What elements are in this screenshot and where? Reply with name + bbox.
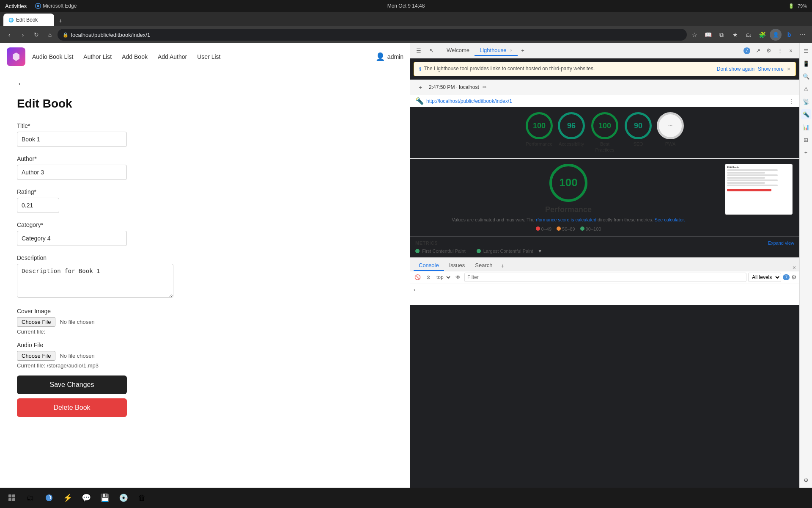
lighthouse-refresh-btn[interactable]: + <box>415 82 425 92</box>
extensions-btn[interactable]: 🧩 <box>756 29 768 41</box>
dsi-issues-btn[interactable]: ⚠ <box>801 84 811 94</box>
audio-current-file-text: Current file: /storage/audio/1.mp3 <box>17 362 393 369</box>
dsi-lighthouse-btn[interactable]: 🔦 <box>801 109 811 119</box>
bookmark-btn[interactable]: ☆ <box>689 29 700 41</box>
reload-button[interactable]: ↻ <box>30 29 42 41</box>
metrics-title: METRICS <box>415 240 438 246</box>
activities-label[interactable]: Activities <box>5 3 27 9</box>
dsi-device-btn[interactable]: 📱 <box>801 58 811 69</box>
description-textarea[interactable]: Description for Book 1 <box>17 264 173 298</box>
metric-item-fcp: First Contentful Paint Largest Contentfu… <box>415 248 794 254</box>
devtools-pointer-btn[interactable]: ↖ <box>426 46 436 56</box>
dsi-inspect-btn[interactable]: ☰ <box>801 46 811 56</box>
metrics-expand-btn[interactable]: ▼ <box>538 248 543 254</box>
console-tab-console[interactable]: Console <box>414 260 444 271</box>
cover-file-row: Choose File No file chosen <box>17 317 393 327</box>
perf-link[interactable]: rformance score is calculated <box>536 217 596 222</box>
delete-book-button[interactable]: Delete Book <box>17 398 127 417</box>
nav-audio-book-list[interactable]: Audio Book List <box>32 52 73 62</box>
perf-desc: Values are estimated and may vary. The r… <box>417 217 720 223</box>
taskbar-discord-btn[interactable]: 💬 <box>78 489 95 506</box>
favorites-btn[interactable]: ★ <box>729 29 741 41</box>
lcp-label: Largest Contentful Paint <box>483 248 533 254</box>
devtools-settings-btn[interactable]: ⚙ <box>764 46 774 56</box>
title-input[interactable] <box>17 132 127 147</box>
taskbar-apps-btn[interactable] <box>3 489 20 506</box>
browser-edge-btn[interactable]: b <box>783 29 795 41</box>
lighthouse-tab-close-icon[interactable]: × <box>510 48 513 53</box>
rating-label: Rating* <box>17 188 393 195</box>
info-close-btn[interactable]: × <box>787 66 790 72</box>
taskbar-trash-btn[interactable]: 🗑 <box>134 489 151 506</box>
rating-input[interactable] <box>17 198 59 213</box>
dont-show-again-btn[interactable]: Dont show again <box>717 66 754 72</box>
console-eye-btn[interactable]: 👁 <box>453 273 463 282</box>
address-bar[interactable]: 🔒 localhost/public/editbook/index/1 <box>58 29 687 41</box>
home-button[interactable]: ⌂ <box>44 29 56 41</box>
dsi-layers-btn[interactable]: ⊞ <box>801 135 811 145</box>
nav-user-list[interactable]: User List <box>197 52 220 62</box>
console-add-tab-btn[interactable]: + <box>497 261 508 271</box>
score-pwa: ··· PWA <box>657 112 684 147</box>
add-devtools-tab-btn[interactable]: + <box>518 46 528 56</box>
metrics-header: METRICS Expand view <box>415 240 794 246</box>
show-more-btn[interactable]: Show more <box>758 66 784 72</box>
taskbar-files-btn[interactable]: 🗂 <box>22 489 39 506</box>
cover-no-file-text: No file chosen <box>60 319 94 325</box>
taskbar-edge-btn[interactable] <box>41 489 58 506</box>
expand-view-btn[interactable]: Expand view <box>768 240 794 246</box>
reading-mode-btn[interactable]: 📖 <box>702 29 714 41</box>
devtools-vertical-dots[interactable]: ⋮ <box>775 46 785 56</box>
devtools-share-btn[interactable]: ↗ <box>753 46 763 56</box>
category-input[interactable] <box>17 231 127 246</box>
devtools-elements-btn[interactable]: ☰ <box>414 46 424 56</box>
dsi-search-btn[interactable]: 🔍 <box>801 71 811 81</box>
console-clear-btn[interactable]: 🚫 <box>413 273 422 282</box>
nav-author-list[interactable]: Author List <box>83 52 112 62</box>
nav-add-book[interactable]: Add Book <box>122 52 148 62</box>
console-tab-issues[interactable]: Issues <box>444 260 470 271</box>
console-close-btn[interactable]: × <box>793 264 796 271</box>
browser-more-btn[interactable]: ⋯ <box>797 29 809 41</box>
audit-url-more-btn[interactable]: ⋮ <box>788 98 794 105</box>
admin-label: admin <box>387 53 403 60</box>
devtools-main: ☰ ↖ Welcome Lighthouse × + <box>410 43 799 488</box>
see-calc-link[interactable]: See calculator. <box>655 217 685 222</box>
svg-point-6 <box>46 494 52 501</box>
console-toolbar: 🚫 ⊘ top 👁 All levels 7 ⚙ <box>410 271 799 284</box>
console-context-select[interactable]: top <box>435 273 452 282</box>
audio-choose-file-btn[interactable]: Choose File <box>17 351 55 361</box>
dsi-add-btn[interactable]: + <box>801 147 811 157</box>
back-arrow-btn[interactable]: ← <box>17 79 25 88</box>
devtools-close-btn[interactable]: × <box>786 46 796 56</box>
devtools-tab-lighthouse[interactable]: Lighthouse × <box>475 45 518 56</box>
taskbar-phpstorm-btn[interactable]: ⚡ <box>59 489 76 506</box>
save-changes-button[interactable]: Save Changes <box>17 375 127 394</box>
console-filter-input[interactable] <box>464 273 746 282</box>
taskbar-ssd-btn[interactable]: 💾 <box>96 489 113 506</box>
cover-choose-file-btn[interactable]: Choose File <box>17 317 55 327</box>
profile-btn[interactable]: 👤 <box>770 29 782 41</box>
nav-add-author[interactable]: Add Author <box>158 52 187 62</box>
console-settings-btn[interactable]: ⚙ <box>791 274 797 281</box>
devtools-tab-welcome[interactable]: Welcome <box>442 45 475 56</box>
dsi-bottom-settings-btn[interactable]: ⚙ <box>801 475 811 485</box>
collections-btn[interactable]: 🗂 <box>743 29 754 41</box>
console-tab-search[interactable]: Search <box>470 260 497 271</box>
author-input[interactable] <box>17 165 127 180</box>
address-text: localhost/public/editbook/index/1 <box>71 32 150 38</box>
rating-group: Rating* <box>17 188 393 213</box>
console-filter-icon-btn[interactable]: ⊘ <box>424 273 433 282</box>
dsi-performance-btn[interactable]: 📊 <box>801 122 811 132</box>
back-button[interactable]: ‹ <box>3 29 15 41</box>
lighthouse-edit-btn[interactable]: ✏ <box>483 84 487 90</box>
new-tab-btn[interactable]: + <box>55 15 66 26</box>
os-datetime: Mon Oct 9 14:48 <box>387 3 425 9</box>
forward-button[interactable]: › <box>17 29 29 41</box>
console-level-select[interactable]: All levels <box>748 273 781 282</box>
browser-tab-active[interactable]: 🌐 Edit Book <box>3 14 54 26</box>
battery-label: 79% <box>798 3 807 8</box>
split-btn[interactable]: ⧉ <box>716 29 727 41</box>
dsi-network-btn[interactable]: 📡 <box>801 97 811 107</box>
taskbar-ssd2-btn[interactable]: 💿 <box>115 489 132 506</box>
